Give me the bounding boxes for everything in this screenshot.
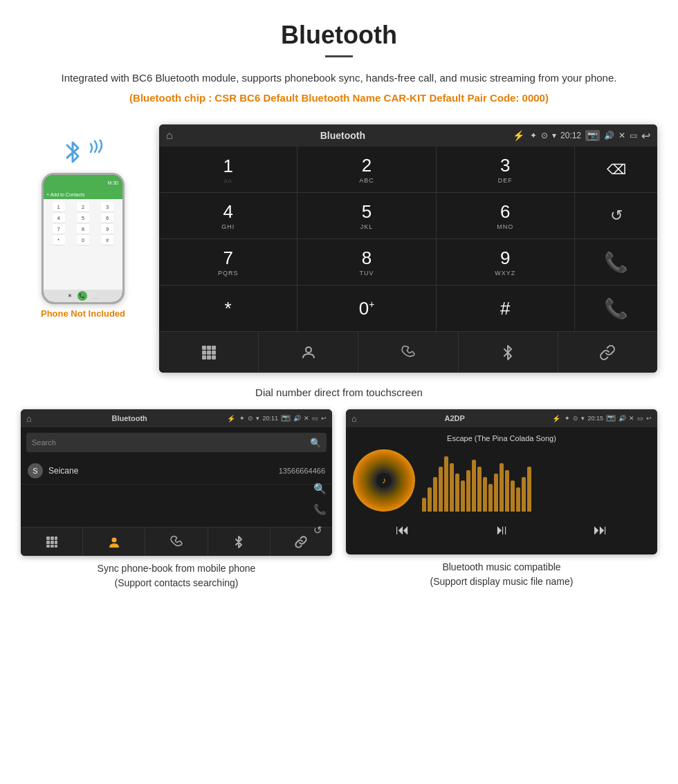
bluetooth-icon [62, 138, 84, 166]
dialer-key-0[interactable]: 0+ [297, 286, 436, 331]
pb-toolbar [21, 527, 332, 556]
eq-bar [505, 470, 509, 512]
music-body: Escape (The Pina Colada Song) ♪ ⏮ ⏯ ⏭ [346, 427, 657, 554]
link-icon [599, 344, 616, 361]
dialpad-toolbar-btn[interactable] [159, 332, 259, 373]
svg-rect-18 [55, 545, 57, 548]
dialer-key-4[interactable]: 4 GHI [159, 193, 297, 239]
music-equalizer [422, 449, 650, 512]
contacts-toolbar-btn[interactable] [259, 332, 358, 373]
camera-icon: 📷 [585, 130, 600, 141]
svg-rect-11 [51, 536, 54, 540]
pb-call-side-icon[interactable]: 📞 [313, 503, 327, 516]
pb-person-btn[interactable] [83, 528, 145, 556]
dialer-row-1: 1 ⌂⌂ 2 ABC 3 DEF [159, 147, 574, 193]
call-green-cell[interactable]: 📞 [574, 239, 657, 286]
answer-call-icon[interactable]: 📞 [604, 251, 628, 274]
play-pause-button[interactable]: ⏯ [489, 517, 514, 542]
person-icon [300, 344, 317, 361]
dialpad-row-2: 4 5 6 [46, 213, 120, 223]
main-section: M:30 + Add to Contacts 1 2 3 4 5 6 [0, 111, 678, 380]
dialer-key-hash[interactable]: # [437, 286, 574, 331]
pb-search-bar[interactable]: Search 🔍 [26, 433, 327, 452]
music-cam-icon: 📷 [606, 415, 616, 422]
search-icon[interactable]: 🔍 [310, 438, 321, 448]
pb-caption: Sync phone-book from mobile phone (Suppo… [98, 556, 256, 593]
pb-back-icon[interactable]: ↩ [321, 415, 327, 422]
phone-key-8: 8 [77, 224, 89, 234]
next-track-button[interactable]: ⏭ [588, 517, 613, 542]
grid-icon [201, 344, 217, 361]
eq-bar [494, 474, 498, 512]
pb-search-placeholder: Search [32, 438, 310, 447]
music-home-icon[interactable]: ⌂ [351, 413, 357, 424]
pb-grid-btn[interactable] [21, 528, 83, 556]
dial-caption: Dial number direct from touchscreen [0, 380, 678, 409]
pb-sync-side-icon[interactable]: ↺ [313, 524, 327, 536]
eq-bar [516, 487, 520, 512]
location-icon: ⊙ [541, 131, 548, 140]
dialer-key-1[interactable]: 1 ⌂⌂ [159, 147, 297, 192]
signal-waves-icon [84, 140, 104, 165]
dialer-key-2[interactable]: 2 ABC [297, 147, 436, 192]
end-call-icon[interactable]: 📞 [604, 297, 628, 320]
phone-contact-bar: + Add to Contacts [44, 190, 122, 199]
pb-usb-icon: ⚡ [227, 415, 235, 422]
dialer-key-8[interactable]: 8 TUV [297, 239, 436, 285]
dialer-key-3[interactable]: 3 DEF [437, 147, 574, 192]
contact-number: 13566664466 [279, 467, 325, 475]
close-icon: ✕ [619, 131, 625, 140]
svg-rect-5 [212, 351, 216, 355]
dialpad-row-3: 7 8 9 [46, 224, 120, 234]
eq-bar [461, 480, 465, 512]
pb-statusbar: ⌂ Bluetooth ⚡ ✦ ⊙ ▾ 20:11 📷 🔊 ✕ ▭ ↩ [21, 409, 332, 427]
eq-bar [488, 484, 493, 512]
svg-rect-8 [212, 355, 216, 360]
music-screen-wrap: ⌂ A2DP ⚡ ✦ ⊙ ▾ 20:15 📷 🔊 ✕ ▭ ↩ Escape (T… [346, 409, 657, 593]
eq-bar [483, 477, 487, 512]
dialer-key-9[interactable]: 9 WXYZ [437, 239, 574, 285]
dialer-key-6[interactable]: 6 MNO [437, 193, 574, 239]
volume-icon: 🔊 [604, 131, 614, 140]
music-art-area: ♪ [353, 449, 650, 512]
svg-point-9 [306, 347, 311, 353]
eq-bar [511, 480, 515, 512]
dialer-key-star[interactable]: * [159, 286, 297, 331]
back-icon[interactable]: ↩ [641, 129, 650, 142]
backspace-cell[interactable]: ⌫ [574, 147, 657, 193]
svg-rect-17 [51, 545, 54, 548]
pb-status-icons: ✦ ⊙ ▾ 20:11 📷 🔊 ✕ ▭ ↩ [239, 415, 327, 422]
backspace-icon[interactable]: ⌫ [607, 161, 626, 178]
phone-key-4: 4 [53, 213, 65, 223]
dialer-toolbar [159, 331, 657, 373]
music-back-icon[interactable]: ↩ [646, 415, 652, 422]
pb-phone-btn[interactable] [145, 528, 208, 556]
phone-screen-top: M:30 [44, 175, 122, 190]
pb-bt-btn[interactable] [208, 528, 271, 556]
pb-loc-icon: ⊙ [248, 415, 253, 422]
music-loc-icon: ⊙ [573, 415, 578, 422]
refresh-icon[interactable]: ↺ [610, 207, 623, 225]
bluetooth-toolbar-btn[interactable] [459, 332, 558, 373]
pb-person-icon [107, 535, 121, 549]
pb-search-side-icon[interactable]: 🔍 [313, 483, 327, 495]
dialer-key-5[interactable]: 5 JKL [297, 193, 436, 239]
home-icon[interactable]: ⌂ [166, 129, 173, 142]
phone-key-star: * [53, 235, 65, 245]
call-red-cell[interactable]: 📞 [574, 286, 657, 331]
dialer-side: ⌫ ↺ 📞 📞 [574, 147, 657, 331]
eq-bar [472, 460, 476, 512]
refresh-cell[interactable]: ↺ [574, 193, 657, 239]
phone-key-5: 5 [77, 213, 89, 223]
prev-track-button[interactable]: ⏮ [390, 517, 415, 542]
page-title: Bluetooth [42, 21, 636, 50]
svg-rect-7 [207, 355, 211, 360]
pb-home-icon[interactable]: ⌂ [26, 413, 32, 424]
phone-toolbar-btn[interactable] [358, 332, 458, 373]
eq-bar [522, 477, 526, 512]
pb-contact-row[interactable]: S Seicane 13566664466 [21, 458, 332, 485]
pb-wifi-icon: ▾ [256, 415, 259, 422]
link-toolbar-btn[interactable] [558, 332, 657, 373]
pb-side-actions: 🔍 📞 ↺ [313, 483, 327, 536]
dialer-key-7[interactable]: 7 PQRS [159, 239, 297, 285]
